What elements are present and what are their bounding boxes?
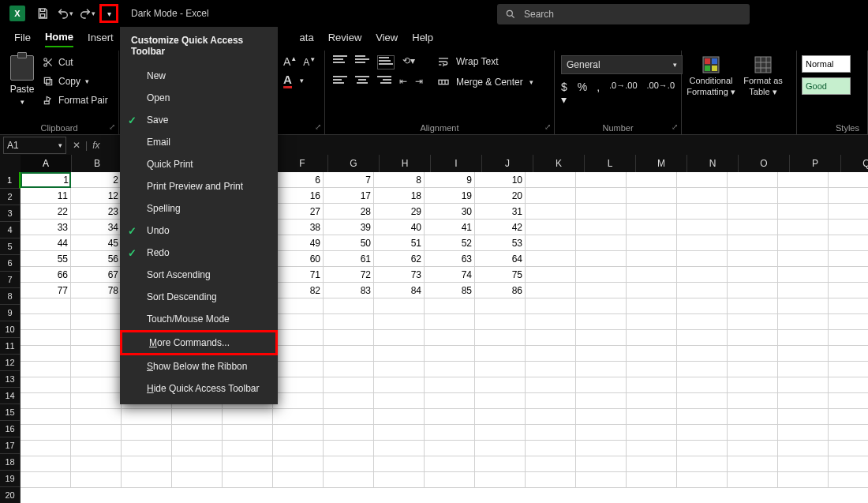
row-header-11[interactable]: 11: [0, 338, 21, 355]
cell-F7[interactable]: 71: [273, 267, 324, 283]
cell-I12[interactable]: [425, 346, 475, 362]
tab-view[interactable]: View: [376, 32, 398, 47]
fx-icon[interactable]: fx: [92, 140, 99, 151]
column-header-H[interactable]: H: [380, 155, 431, 173]
cell-M15[interactable]: [627, 393, 677, 409]
menu-item-new[interactable]: New: [120, 65, 278, 87]
cell-C18[interactable]: [122, 441, 172, 456]
cell-H20[interactable]: [374, 472, 425, 488]
cell-N13[interactable]: [677, 362, 728, 377]
menu-item-undo[interactable]: Undo: [120, 220, 278, 242]
cell-A9[interactable]: [21, 298, 71, 314]
cell-C16[interactable]: [122, 409, 172, 425]
cell-P18[interactable]: [778, 441, 829, 456]
cell-G16[interactable]: [324, 409, 374, 425]
cell-A15[interactable]: [21, 393, 71, 409]
cell-L6[interactable]: [576, 251, 627, 267]
cell-I17[interactable]: [425, 425, 475, 441]
cell-K4[interactable]: [526, 220, 576, 235]
cell-O2[interactable]: [728, 188, 778, 204]
cell-A2[interactable]: 11: [21, 188, 71, 204]
cell-P11[interactable]: [778, 330, 829, 346]
cell-H3[interactable]: 29: [374, 204, 425, 220]
cell-D20[interactable]: [172, 472, 223, 488]
cell-P16[interactable]: [778, 409, 829, 425]
cell-M2[interactable]: [627, 188, 677, 204]
cell-M18[interactable]: [627, 441, 677, 456]
cell-J3[interactable]: 31: [475, 204, 526, 220]
cell-P20[interactable]: [778, 472, 829, 488]
cell-O1[interactable]: [728, 172, 778, 188]
cell-J15[interactable]: [475, 393, 526, 409]
menu-item-sort-descending[interactable]: Sort Descending: [120, 286, 278, 308]
cell-F19[interactable]: [273, 456, 324, 472]
cell-B17[interactable]: [71, 425, 122, 441]
column-header-K[interactable]: K: [533, 155, 585, 173]
cell-Q14[interactable]: [829, 377, 868, 393]
cell-I14[interactable]: [425, 377, 475, 393]
increase-font-icon[interactable]: A▲: [283, 55, 297, 68]
cell-K1[interactable]: [526, 172, 576, 188]
cell-G10[interactable]: [324, 314, 374, 330]
cell-A5[interactable]: 44: [21, 235, 71, 251]
cell-O6[interactable]: [728, 251, 778, 267]
cell-K16[interactable]: [526, 409, 576, 425]
cell-G2[interactable]: 17: [324, 188, 374, 204]
cell-N4[interactable]: [677, 220, 728, 235]
cell-I11[interactable]: [425, 330, 475, 346]
cell-G13[interactable]: [324, 362, 374, 377]
cell-L4[interactable]: [576, 220, 627, 235]
cell-E16[interactable]: [223, 409, 273, 425]
cell-H14[interactable]: [374, 377, 425, 393]
cell-F14[interactable]: [273, 377, 324, 393]
cell-Q1[interactable]: [829, 172, 868, 188]
cell-G20[interactable]: [324, 472, 374, 488]
cell-K14[interactable]: [526, 377, 576, 393]
cell-M3[interactable]: [627, 204, 677, 220]
cell-F10[interactable]: [273, 314, 324, 330]
cell-I6[interactable]: 63: [425, 251, 475, 267]
row-header-13[interactable]: 13: [0, 371, 21, 388]
cell-K19[interactable]: [526, 456, 576, 472]
cell-B4[interactable]: 34: [71, 220, 122, 235]
cell-O3[interactable]: [728, 204, 778, 220]
menu-item-more-commands[interactable]: More Commands...: [120, 330, 278, 355]
cell-B10[interactable]: [71, 314, 122, 330]
cell-L16[interactable]: [576, 409, 627, 425]
column-header-N[interactable]: N: [687, 155, 739, 173]
cell-H2[interactable]: 18: [374, 188, 425, 204]
format-as-table-button[interactable]: Format as Table ▾: [739, 55, 788, 96]
number-launcher-icon[interactable]: ⤢: [672, 122, 678, 131]
align-middle-icon[interactable]: [355, 55, 369, 66]
cell-F9[interactable]: [273, 298, 324, 314]
cell-J20[interactable]: [475, 472, 526, 488]
cell-G11[interactable]: [324, 330, 374, 346]
cell-Q10[interactable]: [829, 314, 868, 330]
cell-N12[interactable]: [677, 346, 728, 362]
column-header-Q[interactable]: Q: [841, 155, 868, 173]
cell-A16[interactable]: [21, 409, 71, 425]
cell-Q17[interactable]: [829, 425, 868, 441]
cell-J19[interactable]: [475, 456, 526, 472]
cell-M20[interactable]: [627, 472, 677, 488]
cell-O7[interactable]: [728, 267, 778, 283]
cell-B13[interactable]: [71, 362, 122, 377]
cell-H9[interactable]: [374, 298, 425, 314]
cell-J8[interactable]: 86: [475, 283, 526, 298]
cell-E17[interactable]: [223, 425, 273, 441]
column-header-M[interactable]: M: [636, 155, 687, 173]
align-right-icon[interactable]: [377, 76, 391, 87]
cell-Q9[interactable]: [829, 298, 868, 314]
cell-O8[interactable]: [728, 283, 778, 298]
cell-L17[interactable]: [576, 425, 627, 441]
cell-B3[interactable]: 23: [71, 204, 122, 220]
cell-Q15[interactable]: [829, 393, 868, 409]
cell-B9[interactable]: [71, 298, 122, 314]
cell-K8[interactable]: [526, 283, 576, 298]
cell-A10[interactable]: [21, 314, 71, 330]
cell-N9[interactable]: [677, 298, 728, 314]
cell-I9[interactable]: [425, 298, 475, 314]
cell-A3[interactable]: 22: [21, 204, 71, 220]
cell-H15[interactable]: [374, 393, 425, 409]
cell-P12[interactable]: [778, 346, 829, 362]
